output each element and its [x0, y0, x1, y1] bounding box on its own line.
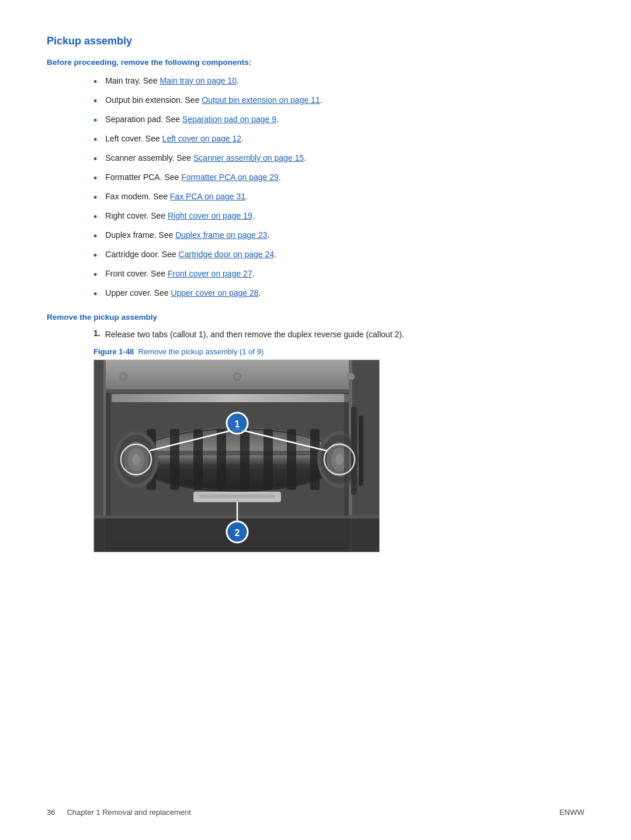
bullet-dot: •: [93, 113, 97, 129]
list-item-suffix: .: [276, 115, 279, 124]
list-item-text: Front cover. See Front cover on page 27.: [105, 268, 254, 280]
list-item-suffix: .: [274, 250, 276, 259]
footer-chapter-text: Chapter 1 Removal and replacement: [67, 808, 190, 817]
svg-point-49: [120, 373, 127, 380]
list-item: • Separation pad. See Separation pad on …: [47, 113, 584, 129]
list-item-suffix: .: [267, 230, 269, 240]
svg-point-27: [132, 454, 140, 465]
svg-rect-20: [264, 429, 273, 490]
list-item-text: Left cover. See Left cover on page 12.: [105, 133, 244, 145]
prereq-list: • Main tray. See Main tray on page 10. •…: [47, 75, 584, 302]
list-item-text: Upper cover. See Upper cover on page 28.: [105, 287, 261, 299]
list-item: • Duplex frame. See Duplex frame on page…: [47, 229, 584, 244]
svg-rect-37: [344, 393, 349, 516]
left-cover-link[interactable]: Left cover on page 12: [162, 134, 241, 143]
fax-modem-link[interactable]: Fax PCA on page 31: [170, 192, 245, 201]
prereq-label: Before proceeding, remove the following …: [47, 58, 584, 67]
figure-label-row: Figure 1-48 Remove the pickup assembly (…: [93, 347, 584, 356]
svg-rect-21: [287, 429, 296, 490]
upper-cover-link[interactable]: Upper cover on page 28: [171, 288, 258, 298]
cartridge-door-link[interactable]: Cartridge door on page 24: [179, 250, 274, 259]
figure-label: Figure 1-48 Remove the pickup assembly (…: [93, 347, 264, 356]
output-bin-link[interactable]: Output bin extension on page 11: [202, 95, 320, 105]
list-item-prefix: Left cover. See: [105, 134, 162, 143]
list-item: • Upper cover. See Upper cover on page 2…: [47, 287, 584, 302]
list-item-prefix: Fax modem. See: [105, 192, 170, 201]
svg-rect-19: [240, 429, 249, 490]
list-item-text: Duplex frame. See Duplex frame on page 2…: [105, 229, 269, 241]
list-item: • Cartridge door. See Cartridge door on …: [47, 248, 584, 264]
bullet-dot: •: [93, 209, 97, 225]
list-item-text: Main tray. See Main tray on page 10.: [105, 75, 239, 87]
list-item-prefix: Output bin extension. See: [105, 95, 202, 105]
list-item-suffix: .: [304, 153, 306, 163]
list-item: • Front cover. See Front cover on page 2…: [47, 268, 584, 283]
list-item-text: Right cover. See Right cover on page 19.: [105, 210, 254, 222]
svg-text:2: 2: [235, 528, 240, 538]
svg-rect-35: [112, 394, 349, 402]
list-item-suffix: .: [241, 134, 244, 143]
svg-point-51: [234, 373, 241, 380]
svg-rect-36: [106, 393, 110, 516]
list-item-prefix: Scanner assembly. See: [105, 153, 193, 163]
list-item: • Fax modem. See Fax PCA on page 31.: [47, 191, 584, 206]
bullet-dot: •: [93, 151, 97, 167]
svg-text:1: 1: [235, 419, 240, 429]
list-item-suffix: .: [320, 95, 323, 105]
svg-rect-34: [199, 495, 275, 498]
svg-point-50: [348, 373, 355, 380]
machine-illustration: 1 2: [94, 360, 380, 552]
formatter-pca-link[interactable]: Formatter PCA on page 29: [181, 172, 279, 182]
bullet-dot: •: [93, 267, 97, 283]
list-item-prefix: Separation pad. See: [105, 115, 182, 124]
bullet-dot: •: [93, 171, 97, 186]
list-item: • Scanner assembly. See Scanner assembly…: [47, 152, 584, 167]
bullet-dot: •: [93, 286, 97, 302]
footer-left: 36 Chapter 1 Removal and replacement: [47, 808, 191, 817]
svg-point-32: [335, 454, 344, 465]
bullet-dot: •: [93, 248, 97, 264]
list-item-prefix: Main tray. See: [105, 76, 160, 85]
list-item-prefix: Formatter PCA. See: [105, 172, 181, 182]
list-item-suffix: .: [245, 192, 248, 201]
remove-subsection-title: Remove the pickup assembly: [47, 313, 584, 322]
footer-page-number: 36: [47, 808, 55, 817]
bullet-dot: •: [93, 74, 97, 90]
figure-image: 1 2: [93, 359, 380, 552]
step-1-number: 1.: [93, 329, 100, 338]
list-item-suffix: .: [259, 288, 261, 298]
bullet-dot: •: [93, 190, 97, 206]
main-tray-link[interactable]: Main tray on page 10: [160, 76, 237, 85]
separation-pad-link[interactable]: Separation pad on page 9: [182, 115, 276, 124]
list-item-prefix: Duplex frame. See: [105, 230, 175, 240]
scanner-assembly-link[interactable]: Scanner assembly on page 15: [193, 153, 304, 163]
bullet-dot: •: [93, 94, 97, 109]
svg-rect-18: [217, 429, 226, 490]
list-item-suffix: .: [252, 211, 255, 220]
svg-rect-16: [170, 429, 179, 490]
footer: 36 Chapter 1 Removal and replacement ENW…: [0, 808, 631, 817]
bullet-dot: •: [93, 229, 97, 244]
footer-brand: ENWW: [559, 808, 584, 817]
list-item: • Main tray. See Main tray on page 10.: [47, 75, 584, 90]
list-item-prefix: Upper cover. See: [105, 288, 171, 298]
svg-rect-39: [359, 416, 363, 486]
list-item: • Right cover. See Right cover on page 1…: [47, 210, 584, 225]
svg-rect-2: [94, 389, 380, 393]
list-item-prefix: Cartridge door. See: [105, 250, 178, 259]
front-cover-link[interactable]: Front cover on page 27: [168, 269, 252, 278]
list-item-text: Formatter PCA. See Formatter PCA on page…: [105, 171, 280, 184]
figure-container: Figure 1-48 Remove the pickup assembly (…: [93, 347, 584, 552]
page: Pickup assembly Before proceeding, remov…: [0, 0, 631, 840]
list-item-suffix: .: [279, 172, 281, 182]
list-item: • Output bin extension. See Output bin e…: [47, 94, 584, 109]
list-item: • Formatter PCA. See Formatter PCA on pa…: [47, 171, 584, 186]
list-item-suffix: .: [252, 269, 255, 278]
duplex-frame-link[interactable]: Duplex frame on page 23: [175, 230, 267, 240]
right-cover-link[interactable]: Right cover on page 19: [168, 211, 252, 220]
bullet-dot: •: [93, 132, 97, 148]
list-item-text: Scanner assembly. See Scanner assembly o…: [105, 152, 306, 164]
list-item-text: Separation pad. See Separation pad on pa…: [105, 113, 279, 126]
step-1-row: 1. Release two tabs (callout 1), and the…: [93, 329, 584, 341]
list-item-text: Fax modem. See Fax PCA on page 31.: [105, 191, 248, 203]
